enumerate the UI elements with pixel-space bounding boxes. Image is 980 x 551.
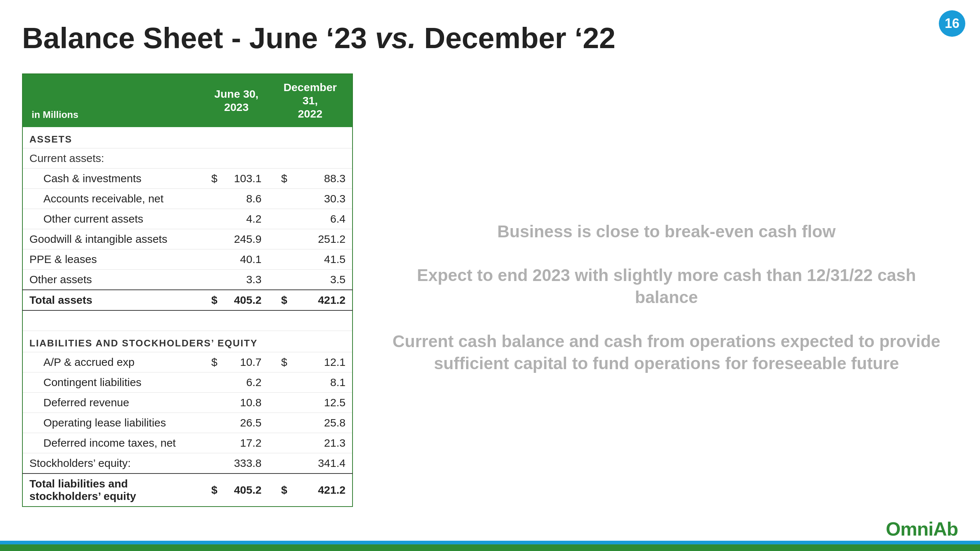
row-value-2: 6.4 bbox=[294, 209, 353, 229]
row-dollar-2 bbox=[268, 189, 294, 209]
row-value-1: 10.7 bbox=[224, 352, 268, 373]
row-value-2: 30.3 bbox=[294, 189, 353, 209]
row-dollar-1 bbox=[205, 270, 224, 290]
row-dollar-1: $ bbox=[205, 168, 224, 189]
row-value-2: 8.1 bbox=[294, 373, 353, 393]
row-dollar-2: $ bbox=[268, 168, 294, 189]
row-label: Goodwill & intangible assets bbox=[22, 229, 205, 249]
section-header-label: ASSETS bbox=[22, 127, 353, 148]
row-dollar-2 bbox=[268, 229, 294, 249]
row-label: Other assets bbox=[22, 270, 205, 290]
row-label: Deferred income taxes, net bbox=[22, 433, 205, 453]
row-dollar-1 bbox=[205, 393, 224, 413]
table-header-label: in Millions bbox=[22, 74, 205, 127]
row-label: Cash & investments bbox=[22, 168, 205, 189]
row-value-2: 12.1 bbox=[294, 352, 353, 373]
page-number-text: 16 bbox=[945, 16, 959, 31]
row-dollar-1 bbox=[205, 249, 224, 270]
row-value-1: 26.5 bbox=[224, 413, 268, 433]
table-section: in Millions June 30, 2023 December 31, 2… bbox=[22, 73, 353, 522]
row-label: Deferred revenue bbox=[22, 393, 205, 413]
row-label: Accounts receivable, net bbox=[22, 189, 205, 209]
total-dollar-1: $ bbox=[205, 290, 224, 310]
row-value-2: 21.3 bbox=[294, 433, 353, 453]
main-content: in Millions June 30, 2023 December 31, 2… bbox=[22, 73, 958, 522]
row-value-1: 4.2 bbox=[224, 209, 268, 229]
callout-1: Business is close to break-even cash flo… bbox=[497, 221, 835, 243]
callout-3: Current cash balance and cash from opera… bbox=[390, 330, 943, 375]
row-dollar-1 bbox=[205, 189, 224, 209]
right-callouts-section: Business is close to break-even cash flo… bbox=[375, 73, 958, 522]
logo-suffix: Ab bbox=[933, 518, 958, 540]
total-row-label: Total liabilities and stockholders’ equi… bbox=[22, 473, 205, 507]
row-dollar-2 bbox=[268, 453, 294, 474]
row-dollar-2 bbox=[268, 373, 294, 393]
row-value-2: 41.5 bbox=[294, 249, 353, 270]
row-dollar-1 bbox=[205, 373, 224, 393]
row-value-2: 3.5 bbox=[294, 270, 353, 290]
row-dollar-2 bbox=[268, 270, 294, 290]
row-value-1: 103.1 bbox=[224, 168, 268, 189]
total-value-2: 421.2 bbox=[294, 290, 353, 310]
logo-area: OmniAb bbox=[886, 518, 958, 540]
logo-prefix: Omni bbox=[886, 518, 933, 540]
bottom-bar-blue bbox=[0, 541, 980, 545]
row-dollar-1 bbox=[205, 413, 224, 433]
row-label: Stockholders’ equity: bbox=[22, 453, 205, 474]
row-value-1: 10.8 bbox=[224, 393, 268, 413]
row-value-2: 251.2 bbox=[294, 229, 353, 249]
row-dollar-1 bbox=[205, 433, 224, 453]
total-dollar-2: $ bbox=[268, 290, 294, 310]
row-label: Contingent liabilities bbox=[22, 373, 205, 393]
spacer-cell bbox=[22, 310, 353, 331]
row-value-1: 333.8 bbox=[224, 453, 268, 474]
row-dollar-1 bbox=[205, 209, 224, 229]
row-dollar-1 bbox=[205, 453, 224, 474]
total-value-1: 405.2 bbox=[224, 290, 268, 310]
logo-text: OmniAb bbox=[886, 518, 958, 540]
page-title: Balance Sheet - June ‘23 vs. December ‘2… bbox=[22, 22, 615, 54]
row-dollar-2 bbox=[268, 209, 294, 229]
row-value-2: 25.8 bbox=[294, 413, 353, 433]
row-dollar-2: $ bbox=[268, 352, 294, 373]
row-dollar-2 bbox=[268, 433, 294, 453]
row-dollar-1: $ bbox=[205, 352, 224, 373]
row-value-1: 40.1 bbox=[224, 249, 268, 270]
row-dollar-2 bbox=[268, 413, 294, 433]
row-dollar-2 bbox=[268, 393, 294, 413]
bottom-bar-green bbox=[0, 545, 980, 551]
row-label: Operating lease liabilities bbox=[22, 413, 205, 433]
table-header-col2: December 31, 2022 bbox=[268, 74, 353, 127]
table-header-col1: June 30, 2023 bbox=[205, 74, 268, 127]
page-number-badge: 16 bbox=[939, 10, 965, 37]
row-value-1: 6.2 bbox=[224, 373, 268, 393]
row-value-1: 8.6 bbox=[224, 189, 268, 209]
row-value-2: 12.5 bbox=[294, 393, 353, 413]
row-dollar-2 bbox=[268, 249, 294, 270]
callout-2: Expect to end 2023 with slightly more ca… bbox=[390, 265, 943, 308]
subsection-header-label: Current assets: bbox=[22, 148, 353, 168]
total-value-1: 405.2 bbox=[224, 473, 268, 507]
row-value-2: 88.3 bbox=[294, 168, 353, 189]
total-dollar-2: $ bbox=[268, 473, 294, 507]
balance-sheet-table: in Millions June 30, 2023 December 31, 2… bbox=[22, 73, 353, 507]
row-value-2: 341.4 bbox=[294, 453, 353, 474]
row-value-1: 3.3 bbox=[224, 270, 268, 290]
row-value-1: 245.9 bbox=[224, 229, 268, 249]
total-row-label: Total assets bbox=[22, 290, 205, 310]
row-value-1: 17.2 bbox=[224, 433, 268, 453]
row-label: PPE & leases bbox=[22, 249, 205, 270]
total-value-2: 421.2 bbox=[294, 473, 353, 507]
row-label: Other current assets bbox=[22, 209, 205, 229]
table-header-row: in Millions June 30, 2023 December 31, 2… bbox=[22, 74, 353, 127]
total-dollar-1: $ bbox=[205, 473, 224, 507]
section-header-label: LIABILITIES AND STOCKHOLDERS’ EQUITY bbox=[22, 331, 353, 352]
row-label: A/P & accrued exp bbox=[22, 352, 205, 373]
row-dollar-1 bbox=[205, 229, 224, 249]
